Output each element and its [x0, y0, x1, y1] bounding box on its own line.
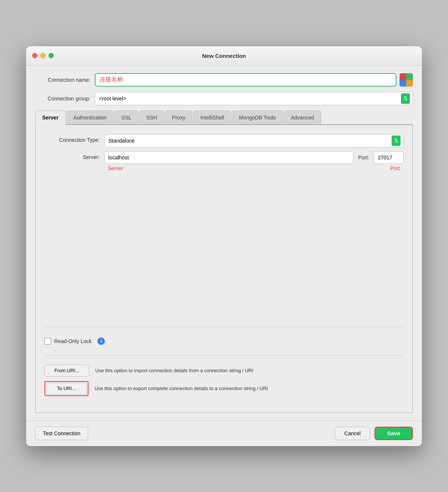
cancel-button[interactable]: Cancel: [335, 427, 370, 440]
connection-name-label: Connection name:: [35, 77, 95, 83]
divider-2: [44, 355, 404, 356]
tab-ssh[interactable]: SSH: [139, 110, 164, 124]
connection-group-select[interactable]: <root level>: [95, 92, 413, 105]
to-uri-button[interactable]: To URI...: [46, 383, 87, 395]
minimize-button[interactable]: [40, 53, 46, 58]
connection-type-wrapper: Standalone Replica Set Sharded Cluster D…: [104, 134, 404, 147]
window-title: New Connection: [202, 53, 246, 59]
info-icon[interactable]: i: [97, 337, 105, 345]
new-connection-window: New Connection Connection name: Connecti…: [26, 46, 422, 446]
tab-advanced[interactable]: Advanced: [284, 110, 321, 124]
tab-mongodb-tools[interactable]: MongoDB Tools: [232, 110, 283, 124]
save-button[interactable]: Save: [374, 427, 413, 440]
connection-type-select[interactable]: Standalone Replica Set Sharded Cluster D…: [104, 134, 404, 147]
server-input-group: Port:: [104, 151, 404, 164]
tab-server[interactable]: Server: [35, 110, 66, 125]
to-uri-highlight: To URI...: [44, 381, 88, 396]
readonly-checkbox-wrapper: Read-Only Lock i: [44, 337, 105, 345]
connection-name-input[interactable]: [95, 73, 396, 87]
server-tab-panel: Connection Type: Standalone Replica Set …: [35, 125, 413, 413]
connection-type-label: Connection Type:: [44, 134, 104, 143]
main-content: Connection name: Connection group: <root…: [26, 66, 422, 420]
connection-type-row: Connection Type: Standalone Replica Set …: [44, 134, 404, 147]
hints-area: Server Port: [104, 165, 404, 171]
server-label: Server:: [44, 151, 104, 160]
traffic-lights: [32, 53, 54, 58]
hints-row: Server Port: [44, 165, 404, 171]
connection-name-row: Connection name:: [35, 73, 413, 87]
server-row: Server: Port:: [44, 151, 404, 164]
port-hint: Port: [390, 165, 404, 171]
connection-group-label: Connection group:: [35, 96, 95, 102]
server-input[interactable]: [104, 151, 354, 164]
readonly-lock-label: Read-Only Lock: [54, 338, 91, 344]
from-uri-button[interactable]: From URI...: [44, 365, 89, 377]
tab-authentication[interactable]: Authentication: [66, 110, 114, 124]
to-uri-row: To URI... Use this option to export comp…: [44, 381, 404, 396]
test-connection-button[interactable]: Test Connection: [35, 427, 88, 440]
tab-ssl[interactable]: SSL: [114, 110, 138, 124]
color-swatch[interactable]: [399, 73, 413, 87]
titlebar: New Connection: [26, 46, 422, 66]
tab-proxy[interactable]: Proxy: [165, 110, 193, 124]
divider-1: [44, 327, 404, 327]
maximize-button[interactable]: [49, 53, 54, 58]
tab-bar: Server Authentication SSL SSH Proxy Inte…: [35, 110, 413, 125]
readonly-lock-checkbox[interactable]: [44, 338, 51, 345]
hint-spacer: [44, 165, 104, 171]
empty-area: [44, 179, 404, 321]
from-uri-desc: Use this option to import connection det…: [95, 368, 253, 373]
tab-intellishell[interactable]: IntelliShell: [193, 110, 231, 124]
port-label: Port:: [358, 155, 369, 161]
close-button[interactable]: [32, 53, 37, 58]
bottom-bar: Test Connection Cancel Save: [26, 420, 422, 446]
tabs-container: Server Authentication SSL SSH Proxy Inte…: [35, 110, 413, 413]
connection-group-wrapper: <root level>: [95, 92, 413, 105]
uri-section: From URI... Use this option to import co…: [44, 362, 404, 404]
readonly-lock-row: Read-Only Lock i: [44, 333, 404, 349]
from-uri-row: From URI... Use this option to import co…: [44, 365, 404, 377]
to-uri-desc: Use this option to export complete conne…: [94, 386, 268, 391]
port-input[interactable]: [374, 151, 404, 164]
connection-group-row: Connection group: <root level>: [35, 92, 413, 105]
server-hint: Server: [104, 165, 123, 171]
